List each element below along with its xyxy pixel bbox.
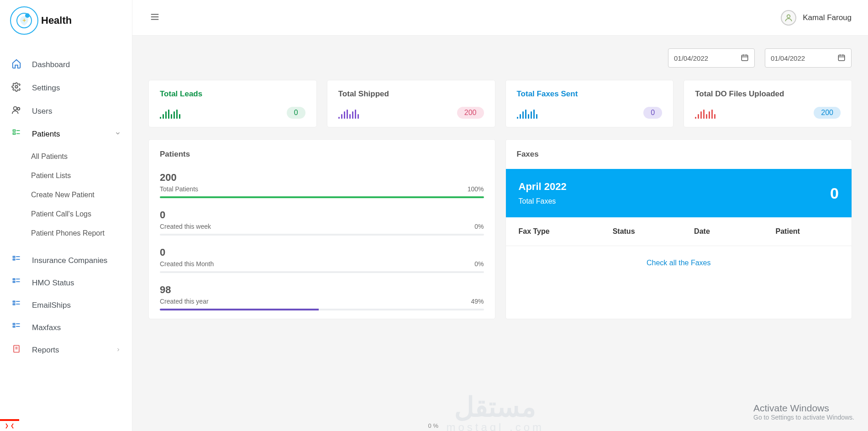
sub-create-patient[interactable]: Create New Patient: [31, 185, 132, 205]
svg-point-3: [15, 85, 18, 88]
svg-rect-6: [13, 130, 16, 131]
progress-bar: [160, 234, 484, 236]
svg-point-4: [14, 107, 17, 110]
topbar: Kamal Faroug: [132, 0, 868, 36]
user-name: Kamal Faroug: [803, 13, 852, 22]
stat-label: Created this year: [160, 298, 209, 305]
sidebar-item-emailships[interactable]: EmailShips: [0, 294, 132, 316]
main: Kamal Faroug 01/04/2022 01/04/2022 Total…: [132, 0, 868, 431]
gauge-value: 0 %: [428, 422, 438, 429]
stat-week: 0 Created this week0%: [149, 206, 495, 244]
date-range: 01/04/2022 01/04/2022: [149, 48, 852, 68]
content: 01/04/2022 01/04/2022 Total Leads 0: [132, 36, 868, 431]
users-icon: [11, 105, 22, 117]
col-status: Status: [613, 227, 676, 236]
card-do-files: Total DO Files Uploaded 200: [684, 80, 852, 127]
stat-pct: 49%: [471, 298, 484, 305]
sidebar-item-reports[interactable]: Reports: [0, 339, 132, 361]
date-from[interactable]: 01/04/2022: [668, 48, 755, 68]
sidebar-item-label: Insurance Companies: [32, 256, 107, 265]
stat-value: 0: [160, 247, 484, 258]
svg-rect-18: [13, 301, 15, 302]
faxes-panel: Faxes April 2022 Total Faxes 0 Fax Type …: [506, 140, 852, 319]
svg-rect-11: [13, 259, 15, 260]
stat-cards: Total Leads 0 Total Shipped 200 Total Fa…: [149, 80, 852, 127]
gear-icon: [11, 82, 22, 94]
date-to-value: 01/04/2022: [771, 54, 805, 62]
user-menu[interactable]: Kamal Faroug: [781, 10, 852, 26]
dev-badge[interactable]: [0, 419, 19, 431]
sidebar-item-insurance[interactable]: Insurance Companies: [0, 249, 132, 272]
sidebar-item-users[interactable]: Users: [0, 100, 132, 123]
svg-rect-23: [13, 326, 15, 327]
sparkline-icon: [517, 109, 537, 119]
check-all-faxes-link[interactable]: Check all the Faxes: [647, 259, 711, 267]
date-from-value: 01/04/2022: [674, 54, 708, 62]
brand-title: Health: [41, 15, 72, 26]
sidebar-item-maxfaxs[interactable]: Maxfaxs: [0, 316, 132, 339]
sparkline-icon: [695, 109, 715, 119]
menu-toggle[interactable]: [149, 12, 161, 24]
sidebar: + Health Dashboard Settings Users Patien…: [0, 0, 132, 431]
stat-value: 200: [160, 172, 484, 184]
sub-call-logs[interactable]: Patient Call's Logs: [31, 205, 132, 224]
sidebar-item-label: Patients: [32, 130, 60, 139]
svg-rect-22: [13, 323, 15, 325]
sub-phone-report[interactable]: Patient Phones Report: [31, 224, 132, 243]
sidebar-item-dashboard[interactable]: Dashboard: [0, 53, 132, 76]
list-icon: [11, 277, 22, 289]
sidebar-item-settings[interactable]: Settings: [0, 76, 132, 100]
date-to[interactable]: 01/04/2022: [765, 48, 852, 68]
progress-bar: [160, 196, 484, 198]
col-patient: Patient: [776, 227, 839, 236]
fax-link-row: Check all the Faxes: [506, 246, 852, 281]
stat-value: 98: [160, 284, 484, 296]
fax-table-header: Fax Type Status Date Patient: [506, 217, 852, 246]
svg-rect-7: [13, 133, 16, 134]
sidebar-item-hmo[interactable]: HMO Status: [0, 272, 132, 294]
activate-windows: Activate Windows Go to Settings to activ…: [753, 403, 854, 421]
sidebar-item-label: HMO Status: [32, 279, 74, 288]
svg-rect-10: [13, 256, 15, 258]
card-title: Total Faxes Sent: [517, 89, 663, 99]
svg-rect-14: [13, 279, 15, 280]
svg-rect-19: [13, 304, 15, 305]
report-icon: [11, 344, 22, 356]
svg-rect-33: [742, 55, 748, 60]
sidebar-item-label: Maxfaxs: [32, 323, 61, 332]
sidebar-item-patients[interactable]: Patients: [0, 123, 132, 145]
stat-label: Created this week: [160, 223, 211, 230]
card-value: 200: [457, 107, 484, 119]
card-value: 0: [643, 107, 662, 119]
card-title: Total DO Files Uploaded: [695, 89, 841, 99]
brand-logo: +: [10, 6, 38, 35]
nav: Dashboard Settings Users Patients All Pa…: [0, 44, 132, 361]
progress-bar: [160, 271, 484, 273]
sub-patient-lists[interactable]: Patient Lists: [31, 166, 132, 185]
list-icon: [11, 322, 22, 333]
stat-label: Total Patients: [160, 185, 198, 193]
sidebar-item-label: Reports: [32, 346, 59, 355]
svg-point-2: [25, 13, 30, 18]
sparkline-icon: [160, 109, 180, 119]
sidebar-item-label: Settings: [32, 84, 60, 93]
svg-text:+: +: [22, 16, 26, 24]
svg-rect-37: [838, 55, 845, 60]
stat-pct: 100%: [468, 185, 484, 193]
fax-period: April 2022: [519, 181, 567, 193]
col-date: Date: [694, 227, 757, 236]
sub-all-patients[interactable]: All Patients: [31, 147, 132, 166]
sidebar-item-label: Users: [32, 107, 52, 116]
card-total-faxes: Total Faxes Sent 0: [506, 80, 673, 127]
calendar-icon: [741, 53, 749, 63]
watermark-lat: mostaql .com: [446, 421, 544, 431]
card-total-shipped: Total Shipped 200: [327, 80, 495, 127]
sidebar-item-label: Dashboard: [32, 60, 70, 69]
avatar: [781, 10, 796, 26]
home-icon: [11, 58, 22, 71]
stat-value: 0: [160, 209, 484, 221]
card-title: Total Shipped: [338, 89, 484, 99]
panels-row: Patients 200 Total Patients100% 0 Create…: [149, 140, 852, 319]
list-icon: [11, 300, 22, 311]
sparkline-icon: [338, 109, 359, 119]
